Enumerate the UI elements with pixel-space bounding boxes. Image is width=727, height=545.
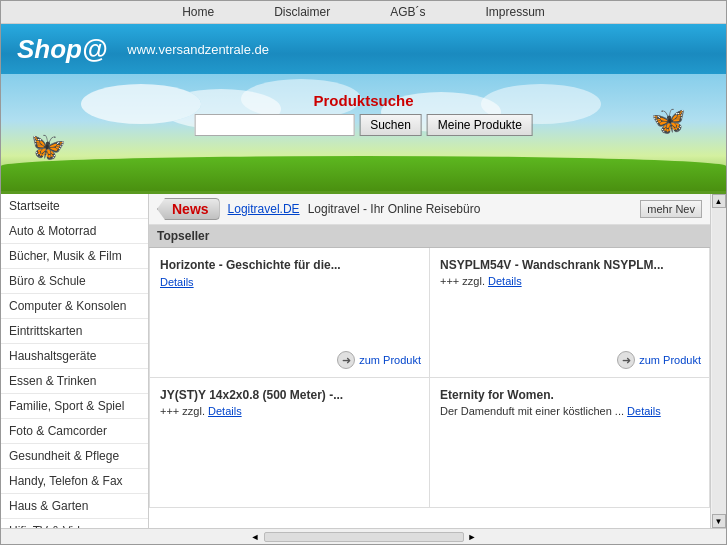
product-detail-link-0[interactable]: Details [160, 276, 194, 288]
search-row: Suchen Meine Produkte [194, 114, 533, 136]
product-cell-1: NSYPLM54V - Wandschrank NSYPLM...+++ zzg… [430, 248, 710, 378]
grass [1, 156, 726, 191]
sidebar-item-12[interactable]: Haus & Garten [1, 494, 148, 519]
search-button[interactable]: Suchen [359, 114, 422, 136]
sidebar-item-7[interactable]: Essen & Trinken [1, 369, 148, 394]
product-cell-2: JY(ST)Y 14x2x0.8 (500 Meter) -...+++ zzg… [150, 378, 430, 508]
header: Shop@ www.versandzentrale.de [1, 24, 726, 74]
content: News Logitravel.DE Logitravel - Ihr Onli… [149, 194, 710, 528]
news-more-button[interactable]: mehr Nev [640, 200, 702, 218]
butterfly-right-icon: 🦋 [651, 104, 686, 137]
product-subtitle-1: +++ zzgl. Details [440, 275, 699, 287]
product-title-0: Horizonte - Geschichte für die... [160, 258, 419, 272]
arrow-icon-1: ➜ [617, 351, 635, 369]
sidebar-item-8[interactable]: Familie, Sport & Spiel [1, 394, 148, 419]
product-subtitle-2: +++ zzgl. Details [160, 405, 419, 417]
sidebar: StartseiteAuto & MotorradBücher, Musik &… [1, 194, 149, 528]
sidebar-item-4[interactable]: Computer & Konsolen [1, 294, 148, 319]
sidebar-item-1[interactable]: Auto & Motorrad [1, 219, 148, 244]
news-link[interactable]: Logitravel.DE [228, 202, 300, 216]
content-with-scroll: News Logitravel.DE Logitravel - Ihr Onli… [149, 194, 726, 528]
scroll-left-button[interactable]: ◄ [247, 532, 264, 542]
product-cell-3: Eternity for Women.Der Damenduft mit ein… [430, 378, 710, 508]
top-nav: Home Disclaimer AGB´s Impressum [1, 1, 726, 24]
my-products-button[interactable]: Meine Produkte [427, 114, 533, 136]
sidebar-item-6[interactable]: Haushaltsgeräte [1, 344, 148, 369]
product-title-1: NSYPLM54V - Wandschrank NSYPLM... [440, 258, 699, 272]
sidebar-item-5[interactable]: Eintrittskarten [1, 319, 148, 344]
scroll-right-button[interactable]: ► [464, 532, 481, 542]
page-wrapper: Home Disclaimer AGB´s Impressum Shop@ ww… [0, 0, 727, 545]
arrow-icon-0: ➜ [337, 351, 355, 369]
sidebar-item-2[interactable]: Bücher, Musik & Film [1, 244, 148, 269]
sidebar-item-9[interactable]: Foto & Camcorder [1, 419, 148, 444]
news-badge: News [157, 198, 220, 220]
sidebar-item-13[interactable]: Hifi, TV & Video [1, 519, 148, 528]
banner: 🦋 🦋 Produktsuche Suchen Meine Produkte [1, 74, 726, 194]
scroll-down-button[interactable]: ▼ [712, 514, 726, 528]
sidebar-item-0[interactable]: Startseite [1, 194, 148, 219]
product-detail-link-2[interactable]: Details [208, 405, 242, 417]
nav-disclaimer[interactable]: Disclaimer [274, 5, 330, 19]
nav-impressum[interactable]: Impressum [486, 5, 545, 19]
product-title-2: JY(ST)Y 14x2x0.8 (500 Meter) -... [160, 388, 419, 402]
product-title-3: Eternity for Women. [440, 388, 699, 402]
right-scrollbar: ▲ ▼ [710, 194, 726, 528]
main-wrapper: StartseiteAuto & MotorradBücher, Musik &… [1, 194, 726, 528]
news-text: Logitravel - Ihr Online Reisebüro [308, 202, 633, 216]
sidebar-item-3[interactable]: Büro & Schule [1, 269, 148, 294]
bottom-scrollbar: ◄ ► [1, 528, 726, 544]
sidebar-item-10[interactable]: Gesundheit & Pflege [1, 444, 148, 469]
news-bar: News Logitravel.DE Logitravel - Ihr Onli… [149, 194, 710, 225]
topseller-header: Topseller [149, 225, 710, 248]
product-goto-1[interactable]: ➜zum Produkt [617, 351, 701, 369]
nav-agbs[interactable]: AGB´s [390, 5, 425, 19]
logo: Shop@ [17, 34, 107, 65]
nav-home[interactable]: Home [182, 5, 214, 19]
search-input[interactable] [194, 114, 354, 136]
scrollbar-track [264, 532, 464, 542]
product-cell-0: Horizonte - Geschichte für die...Details… [150, 248, 430, 378]
product-detail-link-3[interactable]: Details [627, 405, 661, 417]
product-goto-0[interactable]: ➜zum Produkt [337, 351, 421, 369]
product-detail-link-1[interactable]: Details [488, 275, 522, 287]
products-grid: Horizonte - Geschichte für die...Details… [149, 248, 710, 508]
sidebar-item-11[interactable]: Handy, Telefon & Fax [1, 469, 148, 494]
product-subtitle-3: Der Damenduft mit einer köstlichen ... D… [440, 405, 699, 417]
scroll-up-button[interactable]: ▲ [712, 194, 726, 208]
search-label: Produktsuche [194, 92, 533, 109]
search-area: Produktsuche Suchen Meine Produkte [194, 92, 533, 136]
butterfly-left-icon: 🦋 [31, 130, 66, 163]
site-url: www.versandzentrale.de [127, 42, 269, 57]
